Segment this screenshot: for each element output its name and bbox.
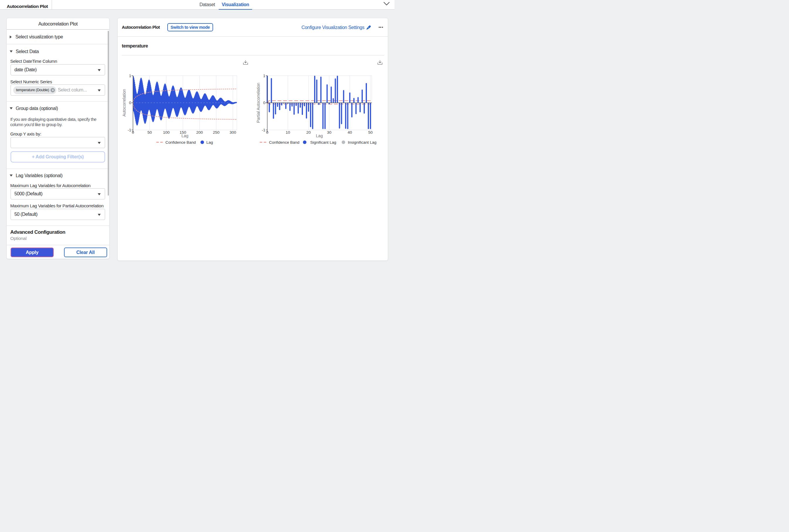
svg-text:-1: -1 [262,128,265,132]
svg-text:200: 200 [196,130,203,135]
svg-text:100: 100 [163,130,170,135]
svg-text:50: 50 [368,130,372,135]
svg-text:Partial Autocorrelation: Partial Autocorrelation [256,83,261,123]
svg-text:250: 250 [213,130,220,135]
svg-text:Lag: Lag [206,140,213,145]
svg-text:300: 300 [230,130,236,135]
svg-text:Lag: Lag [181,133,188,138]
svg-text:40: 40 [348,130,352,135]
svg-text:Confidence Band: Confidence Band [269,140,300,145]
svg-text:Lag: Lag [316,133,323,138]
svg-text:1: 1 [129,74,131,78]
svg-text:-1: -1 [128,128,131,132]
svg-text:1: 1 [263,74,265,78]
svg-text:Confidence Band: Confidence Band [166,140,196,145]
svg-text:30: 30 [327,130,331,135]
svg-text:0: 0 [263,100,265,105]
svg-text:Significant Lag: Significant Lag [310,140,336,145]
svg-text:0: 0 [132,130,134,135]
svg-text:10: 10 [286,130,290,135]
svg-text:20: 20 [307,130,311,135]
svg-text:0: 0 [266,130,269,135]
svg-text:Autocorrelation: Autocorrelation [122,89,127,116]
svg-text:0: 0 [129,100,131,105]
svg-text:50: 50 [147,130,152,135]
svg-text:Insignificant Lag: Insignificant Lag [348,140,377,145]
